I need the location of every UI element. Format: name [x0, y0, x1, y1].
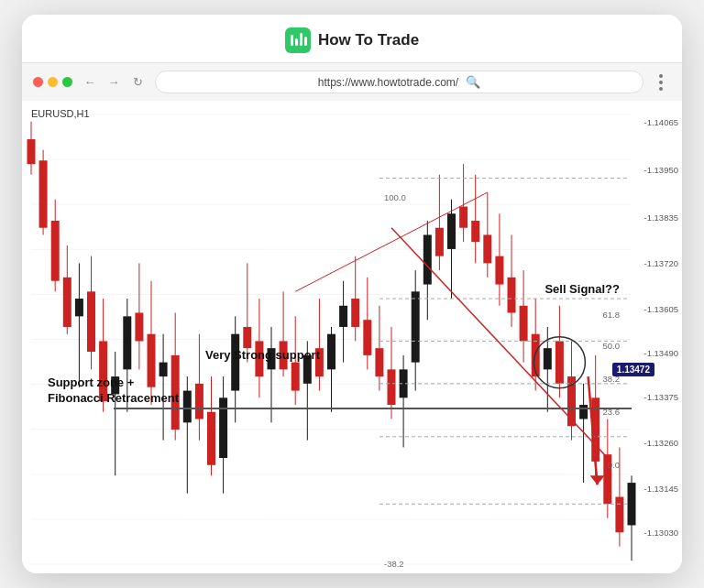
- forward-button[interactable]: →: [104, 72, 124, 93]
- fib-100: 100.0: [384, 192, 406, 202]
- svg-rect-4: [304, 37, 307, 46]
- minimize-button[interactable]: [48, 77, 58, 87]
- address-bar[interactable]: https://www.howtotrade.com/ 🔍: [155, 71, 644, 93]
- price-1.13490: -1.13490: [644, 348, 678, 358]
- app-title: How To Trade: [318, 31, 419, 49]
- price-1.13720: -1.13720: [644, 258, 678, 268]
- price-1.13835: -1.13835: [644, 212, 678, 223]
- outer-card: How To Trade ← → ↻ https://www.howtotrad…: [22, 15, 682, 573]
- app-header: How To Trade: [22, 15, 682, 62]
- fib-neg38.2: -38.2: [384, 559, 404, 569]
- app-logo-icon: [285, 27, 311, 53]
- reload-button[interactable]: ↻: [127, 72, 148, 93]
- search-icon: 🔍: [466, 75, 480, 89]
- fib-23.6: 23.6: [603, 407, 621, 417]
- browser-nav: ← → ↻: [80, 72, 148, 93]
- browser-chrome: ← → ↻ https://www.howtotrade.com/ 🔍: [22, 62, 682, 101]
- back-button[interactable]: ←: [80, 72, 100, 93]
- symbol-label: EURUSD,H1: [31, 108, 90, 119]
- traffic-lights: [33, 77, 72, 87]
- menu-dot-1: [659, 74, 663, 78]
- fib-0: 0.0: [608, 460, 620, 470]
- price-1.14065: -1.14065: [644, 117, 678, 127]
- price-1.13260: -1.13260: [644, 438, 678, 448]
- maximize-button[interactable]: [62, 77, 72, 87]
- current-price-tag: 1.13472: [612, 363, 654, 376]
- browser-menu-button[interactable]: [651, 72, 671, 93]
- svg-rect-1: [291, 35, 293, 46]
- strong-support-label: Very Strong support: [205, 348, 320, 364]
- fib-50: 50.0: [603, 341, 621, 351]
- menu-dot-3: [659, 87, 663, 91]
- price-1.13950: -1.13950: [644, 165, 678, 175]
- price-1.13145: -1.13145: [644, 484, 678, 494]
- price-1.13375: -1.13375: [644, 392, 678, 402]
- price-1.13605: -1.13605: [644, 304, 678, 314]
- chart-area: EURUSD,H1 -1.14065 -1.13950 -1.13835 -1.…: [22, 101, 682, 573]
- svg-rect-3: [300, 33, 302, 46]
- svg-rect-2: [295, 38, 298, 46]
- price-1.12915: -1.12915: [644, 572, 678, 573]
- close-button[interactable]: [33, 77, 43, 87]
- price-1.13030: -1.13030: [644, 528, 678, 538]
- support-zone-label: Support zone +Fibonacci Retracement: [48, 376, 179, 407]
- trading-chart: [22, 101, 682, 573]
- menu-dot-2: [659, 81, 663, 84]
- url-text: https://www.howtotrade.com/: [318, 76, 458, 89]
- sell-signal-label: Sell Signal??: [544, 282, 620, 296]
- fib-61.8: 61.8: [603, 310, 621, 320]
